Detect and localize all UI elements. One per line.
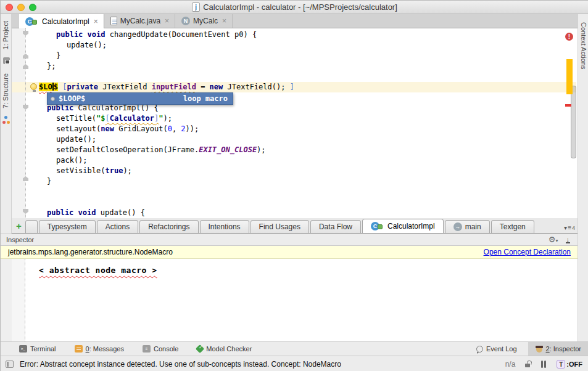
aspect-tab-actions[interactable]: Actions <box>97 220 138 233</box>
toggle-toolwindows-icon[interactable] <box>6 361 14 368</box>
document-icon: j <box>192 2 200 12</box>
aspect-tab-intentions[interactable]: Intentions <box>200 220 249 233</box>
code-line[interactable]: update(); <box>28 134 294 145</box>
code-token: } <box>47 177 51 186</box>
code-token: 2 <box>181 124 185 133</box>
tab-label: Data Flow <box>319 222 352 231</box>
code-line[interactable]: public void changedUpdate(DocumentEvent … <box>28 30 294 40</box>
code-token: 0 <box>168 124 172 133</box>
editor-tab-mycalc[interactable]: NMyCalc× <box>175 14 233 28</box>
empty-tab[interactable] <box>25 220 38 233</box>
code-token: setTitle( <box>56 114 96 123</box>
aspect-tabbar: + TypesystemActionsRefactoringsIntention… <box>12 218 578 234</box>
inspections-profile-icon[interactable] <box>540 361 547 368</box>
unlock-icon[interactable] <box>524 361 531 368</box>
toolbar-item-label: Terminal <box>30 345 56 353</box>
warning-stripe-marker[interactable] <box>566 59 573 94</box>
aspect-tab-textgen[interactable]: Textgen <box>491 220 534 233</box>
hide-panel-icon[interactable]: ↓ <box>566 236 571 243</box>
aspect-tab-typesystem[interactable]: Typesystem <box>39 220 96 233</box>
code-line[interactable]: pack(); <box>28 155 294 166</box>
toolbar-item-console[interactable]: ≡Console <box>143 345 178 353</box>
completion-item-type: loop macro <box>183 94 233 103</box>
code-token: new <box>210 83 223 91</box>
error-stripe-marker[interactable] <box>565 104 571 107</box>
code-token: changedUpdate(DocumentEvent p0) { <box>110 30 257 39</box>
toolbar-item-model-checker[interactable]: Model Checker <box>197 345 252 353</box>
aspect-tab-main[interactable]: →main <box>445 220 490 233</box>
sidebar-item-structure[interactable]: 7: Structure <box>2 73 9 108</box>
editor-scrollbar[interactable] <box>571 86 576 158</box>
editor-tab-calculatorimpl[interactable]: CCalculatorImpl× <box>19 14 104 28</box>
hidden-tabs-button[interactable]: ▾ ≡ 4 <box>564 224 575 231</box>
concept-fqname: jetbrains.mps.lang.generator.structure.N… <box>1 248 173 256</box>
code-line[interactable]: } <box>28 176 294 187</box>
code-token: ); <box>257 145 265 154</box>
tab-label: Intentions <box>209 222 241 231</box>
code-line[interactable]: } <box>28 51 294 61</box>
completion-popup[interactable]: $LOOP$ loop macro <box>47 92 233 105</box>
code-line[interactable]: update(); <box>28 40 294 51</box>
aspect-tab-data-flow[interactable]: Data Flow <box>310 220 361 233</box>
code-line[interactable]: public void update() { <box>28 208 294 218</box>
code-token: JTextField <box>102 83 151 91</box>
console-icon: ≡ <box>143 345 151 353</box>
aspect-tab-refactorings[interactable]: Refactorings <box>139 220 198 233</box>
tab-label: MyCalc <box>193 17 218 25</box>
code-line[interactable] <box>28 71 294 82</box>
toolbar-item--messages[interactable]: 0: Messages <box>75 345 124 353</box>
tab-list-icon: ≡ <box>568 224 571 231</box>
transient-models-icon: T <box>557 360 565 369</box>
structure-icon[interactable] <box>2 116 10 124</box>
code-token: pack(); <box>56 156 88 165</box>
inspector-header: Inspector ⚙▾ ↓ <box>1 234 578 246</box>
code-token: public void <box>47 208 101 217</box>
toolbar-item-terminal[interactable]: >_Terminal <box>19 345 56 353</box>
tab-label: main <box>465 222 481 231</box>
gear-icon[interactable]: ⚙▾ <box>549 235 558 245</box>
code-line[interactable] <box>28 197 294 208</box>
tab-label: Textgen <box>500 222 526 231</box>
inspector-left-margin <box>1 259 12 341</box>
close-icon[interactable]: × <box>94 17 98 26</box>
inspector-title: Inspector <box>1 236 34 243</box>
code-token: true <box>105 166 123 175</box>
code-token: ] <box>290 83 294 91</box>
code-line[interactable]: setVisible(true); <box>28 166 294 176</box>
add-aspect-button[interactable]: + <box>16 221 22 232</box>
error-indicator-icon[interactable]: ! <box>565 33 573 41</box>
code-line[interactable]: $LO$ [private JTextField inputField = ne… <box>28 82 294 92</box>
close-window-button[interactable] <box>6 4 13 11</box>
model-checker-icon <box>196 344 204 353</box>
code-token: setVisible( <box>56 166 105 175</box>
caret-down-icon: ▾ <box>564 224 567 231</box>
code-editor[interactable]: public void changedUpdate(DocumentEvent … <box>12 28 578 218</box>
toolbar-item-inspector[interactable]: 2: Inspector <box>528 342 588 356</box>
aspect-tab-find-usages[interactable]: Find Usages <box>251 220 309 233</box>
code-line[interactable]: setLayout(new GridLayout(0, 2)); <box>28 124 294 134</box>
code-token: update(); <box>56 135 96 144</box>
editor-tab-mycalc-java[interactable]: MyCalc.java× <box>104 14 175 28</box>
minimize-window-button[interactable] <box>17 4 25 11</box>
code-token: setDefaultCloseOperation(JFrame. <box>56 145 199 154</box>
titlebar: j CalculatorImpl - calculator - [~/MPSPr… <box>1 1 588 14</box>
inspector-content[interactable]: < abstract node macro > <box>1 259 578 341</box>
code-line[interactable]: setTitle("$[Calculator]"); <box>28 113 294 124</box>
transient-models-toggle[interactable]: T :OFF <box>557 360 582 369</box>
sidebar-item-context-actions[interactable]: Context Actions <box>580 22 587 69</box>
sidebar-item-project[interactable]: 1: Project <box>2 21 9 49</box>
class-icon: C <box>371 222 384 230</box>
code-line[interactable]: setDefaultCloseOperation(JFrame.EXIT_ON_… <box>28 145 294 155</box>
aspect-tab-calculatorimpl[interactable]: CCalculatorImpl <box>362 219 444 233</box>
completion-item-name[interactable]: $LOOP$ <box>59 94 85 103</box>
code-line[interactable]: }; <box>28 61 294 71</box>
code-token: } <box>56 51 60 60</box>
zoom-window-button[interactable] <box>29 4 36 11</box>
toolbar-item-event-log[interactable]: Event Log <box>476 345 517 353</box>
project-icon[interactable] <box>3 57 10 64</box>
code-line[interactable] <box>28 187 294 197</box>
abstract-node-macro-cell[interactable]: < abstract node macro > <box>39 266 157 275</box>
close-icon[interactable]: × <box>222 17 226 25</box>
close-icon[interactable]: × <box>165 17 169 25</box>
open-concept-declaration-link[interactable]: Open Concept Declaration <box>484 248 578 256</box>
